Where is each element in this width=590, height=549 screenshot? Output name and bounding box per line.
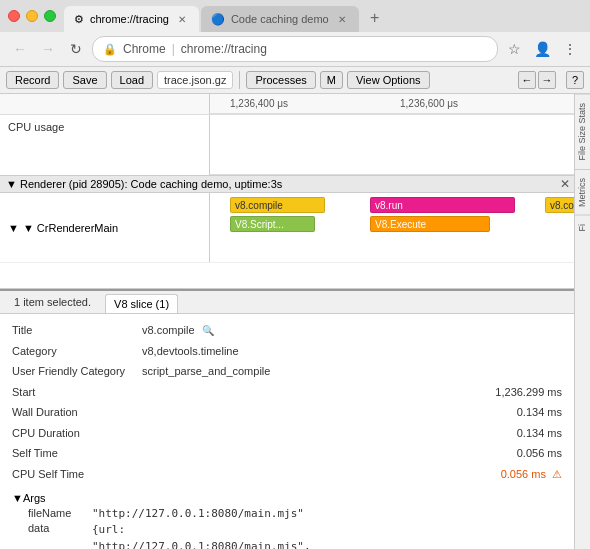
detail-row-wall: Wall Duration 0.134 ms <box>12 402 562 423</box>
v8-slice-tab[interactable]: V8 slice (1) <box>105 294 178 313</box>
detail-key-ufc: User Friendly Category <box>12 363 142 380</box>
trace-block-v8execute[interactable]: V8.Execute <box>370 216 490 232</box>
args-row-data: data {url: "http://127.0.0.1:8080/main.m… <box>12 521 562 549</box>
processes-button[interactable]: Processes <box>246 71 315 89</box>
tab-label-tracing: chrome://tracing <box>90 13 169 25</box>
detail-row-ufc: User Friendly Category script_parse_and_… <box>12 361 562 382</box>
tab-favicon-tracing: ⚙ <box>74 13 84 26</box>
cpu-usage-label: CPU usage <box>8 121 64 133</box>
address-bar[interactable]: 🔒 Chrome | chrome://tracing <box>92 36 498 62</box>
maximize-button[interactable] <box>44 10 56 22</box>
args-label: ▼Args <box>12 492 46 504</box>
trace-block-label-v8compile2: v8.compile <box>550 200 574 211</box>
trace-block-label-v8script: V8.Script... <box>235 219 284 230</box>
title-value: v8.compile <box>142 324 195 336</box>
detail-row-self: Self Time 0.056 ms <box>12 443 562 464</box>
menu-button[interactable]: ⋮ <box>558 37 582 61</box>
app-toolbar: Record Save Load trace.json.gz Processes… <box>0 67 590 94</box>
selected-count-label: 1 item selected. <box>6 293 99 311</box>
detail-key-cpuself: CPU Self Time <box>12 466 142 483</box>
args-key-data: data <box>12 522 92 534</box>
main-area: 1,236,400 μs 1,236,600 μs CPU usage ▼ Re… <box>0 94 590 549</box>
account-button[interactable]: 👤 <box>530 37 554 61</box>
bottom-panel: 1 item selected. V8 slice (1) Title v8.c… <box>0 289 574 549</box>
timeline-section: 1,236,400 μs 1,236,600 μs CPU usage ▼ Re… <box>0 94 574 289</box>
view-options-button[interactable]: View Options <box>347 71 430 89</box>
thread-row: ▼ ▼ CrRendererMain v8.compile v8.run v8.… <box>0 193 574 263</box>
detail-val-start: 1,236.299 ms <box>142 384 562 401</box>
detail-key-start: Start <box>12 384 142 401</box>
args-val-filename: "http://127.0.0.1:8080/main.mjs" <box>92 507 304 520</box>
args-key-filename: fileName <box>12 507 92 520</box>
detail-key-cpu: CPU Duration <box>12 425 142 442</box>
close-button[interactable] <box>8 10 20 22</box>
timeline-left-button[interactable]: ← <box>518 71 536 89</box>
bottom-tabs: 1 item selected. V8 slice (1) <box>0 291 574 314</box>
trace-block-label-v8compile1: v8.compile <box>235 200 283 211</box>
time-label-1: 1,236,400 μs <box>230 98 288 109</box>
save-button[interactable]: Save <box>63 71 106 89</box>
record-button[interactable]: Record <box>6 71 59 89</box>
trace-block-v8run[interactable]: v8.run <box>370 197 515 213</box>
detail-val-category: v8,devtools.timeline <box>142 343 562 360</box>
detail-val-wall: 0.134 ms <box>142 404 562 421</box>
metrics-tab[interactable]: Metrics <box>575 169 590 215</box>
search-icon[interactable]: 🔍 <box>202 325 214 336</box>
tab-close-demo[interactable]: ✕ <box>335 12 349 26</box>
args-val-data: {url: "http://127.0.0.1:8080/main.mjs", … <box>92 522 311 549</box>
tab-label-demo: Code caching demo <box>231 13 329 25</box>
new-tab-button[interactable]: + <box>361 4 389 32</box>
help-button[interactable]: ? <box>566 71 584 89</box>
trace-block-v8script[interactable]: V8.Script... <box>230 216 315 232</box>
traffic-lights <box>0 2 64 30</box>
forward-button[interactable]: → <box>36 37 60 61</box>
detail-key-self: Self Time <box>12 445 142 462</box>
args-header[interactable]: ▼Args <box>12 488 562 506</box>
detail-val-ufc: script_parse_and_compile <box>142 363 562 380</box>
trace-block-label-v8run: v8.run <box>375 200 403 211</box>
bookmark-button[interactable]: ☆ <box>502 37 526 61</box>
address-chrome-label: Chrome <box>123 42 166 56</box>
trace-block-v8compile2[interactable]: v8.compile <box>545 197 574 213</box>
thread-arrow-icon: ▼ <box>8 222 19 234</box>
args-section: ▼Args fileName "http://127.0.0.1:8080/ma… <box>12 488 562 549</box>
m-button[interactable]: M <box>320 71 343 89</box>
process-close-button[interactable]: ✕ <box>560 177 570 191</box>
time-label-2: 1,236,600 μs <box>400 98 458 109</box>
time-ruler: 1,236,400 μs 1,236,600 μs <box>210 94 574 114</box>
right-tabs: File Size Stats Metrics Fi <box>574 94 590 549</box>
cpuself-value: 0.056 ms <box>501 468 546 480</box>
process-header-text: ▼ Renderer (pid 28905): Code caching dem… <box>6 178 282 190</box>
refresh-button[interactable]: ↻ <box>64 37 88 61</box>
timeline-right-button[interactable]: → <box>538 71 556 89</box>
detail-row-cpuself: CPU Self Time 0.056 ms ⚠ <box>12 464 562 485</box>
detail-val-cpuself: 0.056 ms ⚠ <box>142 466 562 483</box>
nav-bar: ← → ↻ 🔒 Chrome | chrome://tracing ☆ 👤 ⋮ <box>0 32 590 67</box>
detail-key-title: Title <box>12 322 142 339</box>
process-header: ▼ Renderer (pid 28905): Code caching dem… <box>0 175 574 193</box>
browser-window: ⚙ chrome://tracing ✕ 🔵 Code caching demo… <box>0 0 590 549</box>
load-button[interactable]: Load <box>111 71 153 89</box>
detail-row-start: Start 1,236.299 ms <box>12 382 562 403</box>
detail-key-category: Category <box>12 343 142 360</box>
detail-row-cpu: CPU Duration 0.134 ms <box>12 423 562 444</box>
back-button[interactable]: ← <box>8 37 32 61</box>
minimize-button[interactable] <box>26 10 38 22</box>
fi-tab[interactable]: Fi <box>575 215 590 240</box>
detail-row-category: Category v8,devtools.timeline <box>12 341 562 362</box>
trace-block-v8compile1[interactable]: v8.compile <box>230 197 325 213</box>
file-size-stats-tab[interactable]: File Size Stats <box>575 94 590 169</box>
tab-demo[interactable]: 🔵 Code caching demo ✕ <box>201 6 359 32</box>
thread-label: ▼ ▼ CrRendererMain <box>0 193 210 262</box>
tab-favicon-demo: 🔵 <box>211 13 225 26</box>
tab-close-tracing[interactable]: ✕ <box>175 12 189 26</box>
trace-panel: 1,236,400 μs 1,236,600 μs CPU usage ▼ Re… <box>0 94 574 549</box>
warning-icon: ⚠ <box>552 468 562 480</box>
bottom-content: Title v8.compile 🔍 Category v8,devtools.… <box>0 314 574 549</box>
detail-val-cpu: 0.134 ms <box>142 425 562 442</box>
security-icon: 🔒 <box>103 43 117 56</box>
tab-tracing[interactable]: ⚙ chrome://tracing ✕ <box>64 6 199 32</box>
thread-content[interactable]: v8.compile v8.run v8.compile V8.Script..… <box>210 193 574 262</box>
separator1 <box>239 71 240 89</box>
detail-val-self: 0.056 ms <box>142 445 562 462</box>
